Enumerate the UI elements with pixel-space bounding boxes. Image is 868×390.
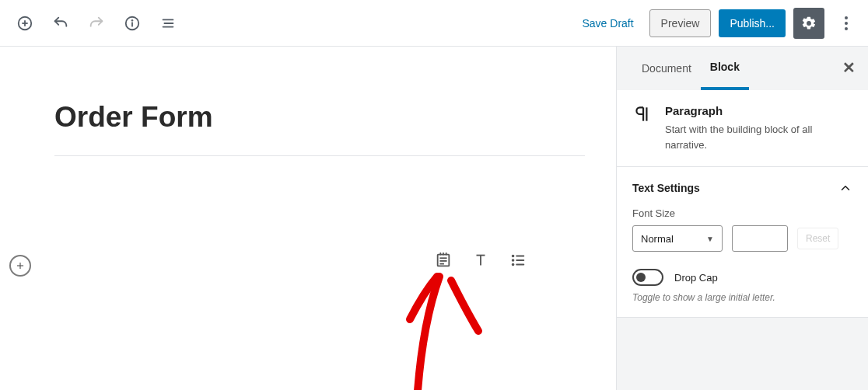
tab-block[interactable]: Block	[701, 47, 749, 90]
drop-cap-hint: Toggle to show a large initial letter.	[632, 292, 852, 303]
settings-sidebar: Document Block ✕ Paragraph Start with th…	[616, 47, 868, 390]
editor-canvas: Order Form	[0, 47, 616, 390]
sidebar-tabs: Document Block ✕	[617, 47, 868, 90]
font-size-number-input[interactable]	[732, 225, 788, 252]
text-settings-panel: Text Settings Font Size Normal ▼ Reset D…	[617, 167, 868, 318]
svg-point-21	[513, 264, 514, 266]
settings-button[interactable]	[793, 8, 824, 39]
chevron-up-icon	[838, 181, 852, 195]
heading-block-icon[interactable]	[469, 249, 492, 272]
add-block-inline-button[interactable]	[9, 255, 31, 277]
outline-icon[interactable]	[154, 9, 182, 37]
publish-button[interactable]: Publish...	[719, 9, 786, 37]
svg-point-5	[131, 19, 133, 21]
more-menu-button[interactable]	[832, 9, 860, 37]
form-block-icon[interactable]	[432, 249, 455, 272]
drop-cap-label: Drop Cap	[674, 272, 718, 284]
main: Order Form Document	[0, 47, 868, 390]
toolbar-left	[11, 9, 182, 37]
font-size-select[interactable]: Normal ▼	[632, 225, 723, 252]
post-title[interactable]: Order Form	[54, 70, 585, 156]
info-icon[interactable]	[118, 9, 146, 37]
list-block-icon[interactable]	[506, 249, 530, 272]
close-sidebar-button[interactable]: ✕	[840, 59, 857, 76]
svg-point-17	[513, 256, 514, 257]
font-size-label: Font Size	[632, 207, 852, 219]
top-toolbar: Save Draft Preview Publish...	[0, 0, 868, 47]
block-card-desc: Start with the building block of all nar…	[665, 122, 852, 152]
font-size-reset-button: Reset	[797, 228, 838, 249]
tab-document[interactable]: Document	[632, 47, 701, 90]
block-card: Paragraph Start with the building block …	[617, 90, 868, 167]
block-card-title: Paragraph	[665, 104, 852, 117]
gear-icon	[801, 16, 817, 31]
font-size-value: Normal	[641, 233, 674, 245]
drop-cap-toggle[interactable]	[632, 269, 663, 286]
block-suggestions	[432, 249, 530, 272]
panel-title: Text Settings	[632, 182, 700, 194]
save-draft-link[interactable]: Save Draft	[574, 17, 641, 30]
redo-icon	[82, 9, 110, 37]
paragraph-icon	[632, 104, 654, 126]
add-block-icon[interactable]	[11, 9, 39, 37]
undo-icon[interactable]	[47, 9, 75, 37]
preview-button[interactable]: Preview	[649, 9, 712, 37]
toolbar-right: Save Draft Preview Publish...	[574, 8, 860, 39]
text-settings-toggle[interactable]: Text Settings	[632, 181, 852, 195]
chevron-down-icon: ▼	[706, 235, 714, 243]
svg-point-19	[513, 259, 514, 261]
annotation-arrow	[393, 269, 494, 390]
